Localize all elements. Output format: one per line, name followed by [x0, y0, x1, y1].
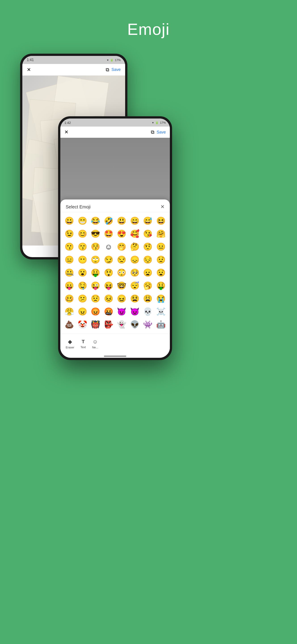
emoji-item[interactable]: 😗 [63, 240, 76, 253]
emoji-item[interactable]: ☺️ [102, 240, 115, 253]
emoji-item[interactable]: 🤩 [102, 228, 115, 240]
emoji-item[interactable]: 😁 [76, 214, 89, 227]
phone1-save-button[interactable]: Save [111, 67, 121, 72]
emoji-item[interactable]: 😦 [141, 266, 154, 279]
emoji-item[interactable]: 😕 [76, 292, 89, 305]
emoji-item[interactable]: 😳 [115, 266, 128, 279]
emoji-item[interactable]: 😊 [76, 228, 89, 240]
emoji-item[interactable]: 🤨 [141, 240, 154, 253]
emoji-item[interactable]: ☠️ [155, 305, 167, 318]
phone2-time: 1:42 [64, 121, 71, 124]
emoji-item[interactable]: 😆 [155, 214, 167, 227]
emoji-item[interactable]: 😮 [76, 266, 89, 279]
emoji-item[interactable]: 😩 [141, 292, 154, 305]
emoji-item[interactable]: 👿 [128, 305, 141, 318]
emoji-panel-close-button[interactable]: ✕ [160, 204, 164, 210]
phone2-wifi-icon: ▾ [152, 121, 154, 124]
phone2-toolbar: ✕ ⧉ Save [60, 126, 170, 138]
next-icon: ☺ [92, 338, 98, 345]
emoji-item[interactable]: 😏 [102, 253, 115, 266]
phone2-screen: 1:42 ▾ 🔋 17% ✕ ⧉ Save [60, 118, 170, 358]
emoji-item[interactable]: 😘 [141, 228, 154, 240]
emoji-item[interactable]: 🥺 [128, 266, 141, 279]
emoji-item[interactable]: 😣 [102, 292, 115, 305]
emoji-item[interactable]: 😑 [63, 253, 76, 266]
phone2-content: 1:42 ▾ 🔋 17% ✕ ⧉ Save [60, 118, 170, 358]
emoji-item[interactable]: 😞 [128, 253, 141, 266]
phone1-toolbar: ✕ ⧉ Save [22, 64, 125, 76]
emoji-item[interactable]: 😂 [89, 214, 102, 227]
emoji-item[interactable]: 😡 [89, 305, 102, 318]
emoji-item[interactable]: 😃 [115, 214, 128, 227]
emoji-panel: Select Emoji ✕ 😀😁😂🤣😃😄😅😆😉😊😎🤩😍🥰😘🤗😗😙😚☺️🤭🤔🤨😐… [60, 200, 170, 334]
emoji-item[interactable]: 😟 [155, 253, 167, 266]
phone2-battery-icon: 🔋 [155, 121, 159, 124]
emoji-item[interactable]: 😐 [155, 240, 167, 253]
tool-next-label: Ne... [92, 346, 98, 349]
emoji-item[interactable]: 🤑 [89, 266, 102, 279]
emoji-item[interactable]: 😝 [102, 279, 115, 292]
emoji-item[interactable]: 😲 [102, 266, 115, 279]
tool-eraser-label: Eraser [66, 346, 74, 349]
phone2-status-bar: 1:42 ▾ 🔋 17% [60, 118, 170, 126]
phone2-close-button[interactable]: ✕ [64, 129, 68, 135]
emoji-item[interactable]: 💩 [63, 318, 76, 328]
emoji-item[interactable]: 🥱 [141, 279, 154, 292]
emoji-item[interactable]: 🤑 [155, 279, 167, 292]
emoji-item[interactable]: 👽 [128, 318, 141, 328]
emoji-item[interactable]: 😒 [115, 253, 128, 266]
emoji-item[interactable]: 😄 [128, 214, 141, 227]
tool-next[interactable]: ☺ Ne... [89, 337, 101, 351]
emoji-item[interactable]: 😀 [63, 214, 76, 227]
emoji-item[interactable]: 🤤 [76, 279, 89, 292]
emoji-item[interactable]: 😍 [115, 228, 128, 240]
emoji-item[interactable]: 😚 [89, 240, 102, 253]
emoji-item[interactable]: 😉 [63, 228, 76, 240]
emoji-item[interactable]: 😠 [76, 305, 89, 318]
phone2-save-button[interactable]: Save [157, 130, 166, 134]
emoji-item[interactable]: 😶 [76, 253, 89, 266]
emoji-item[interactable]: 🥴 [63, 292, 76, 305]
emoji-item[interactable]: 😔 [141, 253, 154, 266]
emoji-item[interactable]: 😈 [115, 305, 128, 318]
emoji-item[interactable]: 🥰 [128, 228, 141, 240]
emoji-item[interactable]: 🤓 [115, 279, 128, 292]
emoji-item[interactable]: 🤗 [155, 228, 167, 240]
emoji-item[interactable]: 😅 [141, 214, 154, 227]
emoji-item[interactable]: 👾 [141, 318, 154, 328]
emoji-item[interactable]: 🤭 [115, 240, 128, 253]
emoji-item[interactable]: 👺 [102, 318, 115, 328]
emoji-item[interactable]: 🤐 [63, 266, 76, 279]
phone1-time: 1:41 [27, 58, 34, 62]
phone2-battery-pct: 17% [160, 121, 166, 124]
emoji-item[interactable]: 🤬 [102, 305, 115, 318]
emoji-item[interactable]: 👹 [89, 318, 102, 328]
emoji-item[interactable]: 😜 [89, 279, 102, 292]
emoji-item[interactable]: 💀 [141, 305, 154, 318]
emoji-item[interactable]: 😧 [155, 266, 167, 279]
emoji-item[interactable]: 🙄 [89, 253, 102, 266]
emoji-item[interactable]: 😤 [63, 305, 76, 318]
tool-text[interactable]: T Text [77, 337, 89, 350]
emoji-item[interactable]: 😭 [155, 292, 167, 305]
phone1-status-bar: 1:41 ▾ 🔋 17% [22, 56, 125, 64]
emoji-item[interactable]: 🤣 [102, 214, 115, 227]
emoji-grid: 😀😁😂🤣😃😄😅😆😉😊😎🤩😍🥰😘🤗😗😙😚☺️🤭🤔🤨😐😑😶🙄😏😒😞😔😟🤐😮🤑😲😳🥺😦… [60, 212, 170, 328]
emoji-item[interactable]: 😟 [89, 292, 102, 305]
emoji-item[interactable]: 😎 [89, 228, 102, 240]
emoji-item[interactable]: 😖 [115, 292, 128, 305]
emoji-item[interactable]: 👻 [115, 318, 128, 328]
emoji-item[interactable]: 🤖 [155, 318, 167, 328]
phone2-device: 1:42 ▾ 🔋 17% ✕ ⧉ Save [58, 116, 172, 360]
emoji-item[interactable]: 😴 [128, 279, 141, 292]
tool-eraser[interactable]: ◆ Eraser [63, 337, 77, 351]
phone1-close-button[interactable]: ✕ [27, 67, 31, 73]
emoji-item[interactable]: 😫 [128, 292, 141, 305]
emoji-item[interactable]: 😛 [63, 279, 76, 292]
page-title: Emoji [0, 20, 297, 38]
emoji-item[interactable]: 🤡 [76, 318, 89, 328]
emoji-item[interactable]: 😙 [76, 240, 89, 253]
phone1-status-icons: ▾ 🔋 17% [107, 58, 121, 62]
emoji-item[interactable]: 🤔 [128, 240, 141, 253]
text-icon: T [82, 339, 84, 344]
